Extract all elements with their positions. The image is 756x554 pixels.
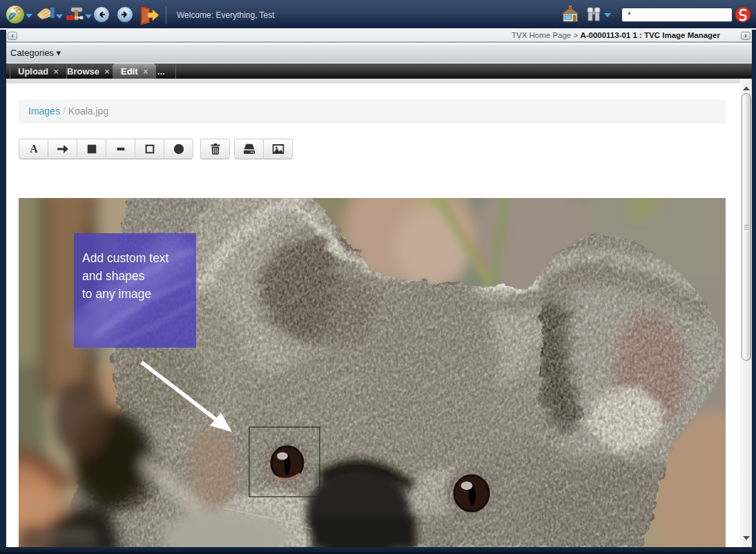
svg-text:A: A bbox=[30, 143, 38, 155]
svg-text:and shapes: and shapes bbox=[82, 269, 145, 283]
svg-text:to any image: to any image bbox=[82, 287, 151, 301]
svg-text:Add custom text: Add custom text bbox=[82, 251, 169, 265]
